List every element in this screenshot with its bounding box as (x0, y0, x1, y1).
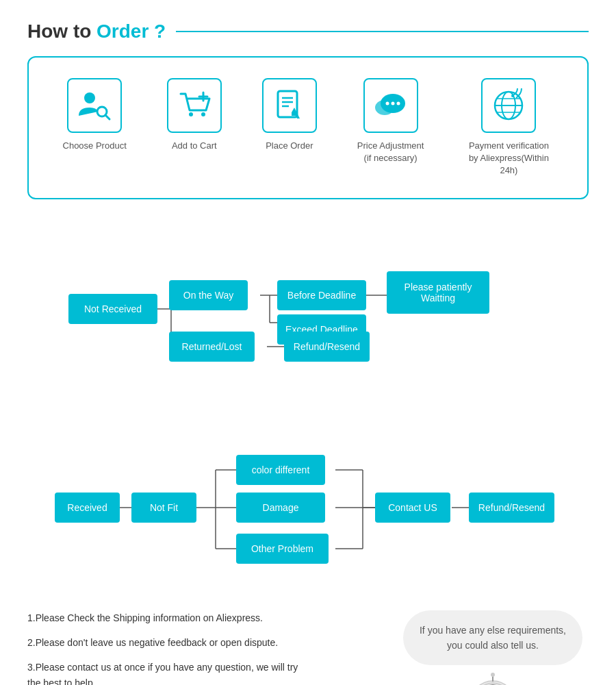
svg-point-0 (84, 92, 95, 103)
step-choose-product: Choose Product (63, 78, 127, 152)
page-title: How to Order ? (27, 21, 166, 42)
svg-point-13 (385, 102, 389, 105)
robot-icon (455, 672, 530, 685)
refund-resend-node-2: Refund/Resend (469, 493, 554, 523)
please-wait-node: Please patiently Waitting (387, 271, 489, 314)
contact-us-node: Contact US (375, 493, 450, 523)
step-price-adjustment: Price Adjustment (if necessary) (357, 78, 424, 164)
refund-resend-node-1: Refund/Resend (284, 332, 370, 362)
svg-line-2 (105, 115, 110, 119)
other-problem-node: Other Problem (236, 534, 329, 564)
title-divider (176, 31, 589, 32)
steps-container: Choose Product Add to Cart (27, 56, 589, 199)
svg-point-51 (491, 673, 495, 677)
document-icon (272, 88, 307, 123)
note-1: 1.Please Check the Shipping information … (27, 610, 383, 625)
step-label-payment-verification: Payment verification by Aliexpress(Withi… (464, 140, 553, 177)
step-place-order: Place Order (262, 78, 317, 152)
note-3: 3.Please contact us at once if you have … (27, 660, 383, 685)
person-search-icon (77, 88, 112, 123)
on-the-way-node: On the Way (169, 280, 248, 310)
step-icon-payment-verification (481, 78, 536, 133)
damage-node: Damage (236, 493, 325, 523)
svg-point-21 (511, 95, 514, 97)
notes-text-container: 1.Please Check the Shipping information … (27, 610, 383, 685)
returned-lost-node: Returned/Lost (169, 332, 255, 362)
note-2: 2.Please don't leave us negative feedbac… (27, 635, 383, 650)
not-received-node: Not Received (68, 294, 157, 324)
step-icon-choose-product (67, 78, 122, 133)
not-received-flowchart: Not Received On the Way Returned/Lost Be… (0, 227, 616, 412)
flow-diagram-1: Not Received On the Way Returned/Lost Be… (27, 240, 589, 398)
notes-section: 1.Please Check the Shipping information … (0, 597, 616, 685)
received-flowchart: Received Not Fit color different Damage … (0, 419, 616, 597)
received-node: Received (55, 493, 120, 523)
step-add-to-cart: Add to Cart (167, 78, 222, 152)
step-label-choose-product: Choose Product (63, 140, 127, 152)
color-different-node: color different (236, 455, 325, 485)
before-deadline-node: Before Deadline (277, 280, 366, 310)
step-label-add-to-cart: Add to Cart (172, 140, 217, 152)
step-label-place-order: Place Order (266, 140, 313, 152)
step-label-price-adjustment: Price Adjustment (if necessary) (357, 140, 424, 164)
chat-bubble-icon (374, 88, 408, 123)
svg-point-3 (189, 112, 193, 116)
svg-point-14 (391, 102, 394, 105)
svg-point-12 (375, 100, 394, 115)
robot-bubble-container: If you have any else requirements, you c… (397, 610, 589, 685)
section-title: How to Order ? (27, 21, 589, 42)
cart-icon (177, 88, 211, 123)
svg-point-15 (396, 102, 400, 105)
how-to-order-section: How to Order ? Choose Product (0, 0, 616, 213)
speech-bubble: If you have any else requirements, you c… (403, 610, 582, 666)
step-icon-price-adjustment (363, 78, 418, 133)
svg-point-4 (201, 112, 205, 116)
not-fit-node: Not Fit (131, 493, 196, 523)
step-icon-place-order (262, 78, 317, 133)
globe-icon (491, 88, 526, 123)
step-icon-add-to-cart (167, 78, 222, 133)
flow-diagram-2: Received Not Fit color different Damage … (27, 432, 589, 583)
step-payment-verification: Payment verification by Aliexpress(Withi… (464, 78, 553, 177)
